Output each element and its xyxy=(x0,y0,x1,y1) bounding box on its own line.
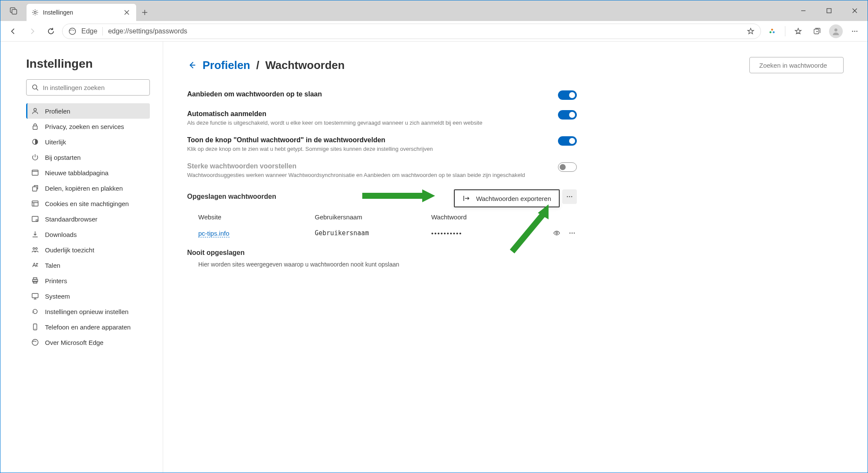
sidebar-item-appearance[interactable]: Uiterlijk xyxy=(26,134,150,150)
breadcrumb-sep: / xyxy=(256,59,259,72)
forward-button[interactable] xyxy=(24,24,40,39)
svg-point-13 xyxy=(33,85,37,89)
sidebar-item-power[interactable]: Bij opstarten xyxy=(26,150,150,165)
more-actions-button[interactable] xyxy=(562,189,577,204)
sidebar-item-edge[interactable]: Over Microsoft Edge xyxy=(26,335,150,350)
sidebar-item-newtab[interactable]: Nieuwe tabbladpagina xyxy=(26,165,150,180)
sidebar-item-download[interactable]: Downloads xyxy=(26,227,150,242)
sidebar-item-reset[interactable]: Instellingen opnieuw instellen xyxy=(26,304,150,319)
setting-desc: Klik op deze knop om te zien wat u hebt … xyxy=(187,146,549,152)
newtab-icon xyxy=(31,169,39,177)
sidebar-item-label: Uiterlijk xyxy=(45,138,66,146)
sidebar-item-printer[interactable]: Printers xyxy=(26,273,150,288)
cookies-icon xyxy=(31,200,39,207)
favorite-icon[interactable] xyxy=(747,27,755,35)
sidebar-item-label: Talen xyxy=(45,262,60,269)
tab-actions-icon[interactable] xyxy=(0,0,27,21)
sidebar-search-input[interactable] xyxy=(43,84,144,91)
sidebar-item-label: Delen, kopiëren en plakken xyxy=(45,185,123,192)
sidebar-item-label: Cookies en site machtigingen xyxy=(45,200,129,207)
addressbar: Edge edge://settings/passwords xyxy=(0,21,868,42)
setting-title: Sterke wachtwoorden voorstellen xyxy=(187,162,549,170)
maximize-button[interactable] xyxy=(816,0,842,21)
setting-row-2: Toon de knop "Onthul wachtwoord" in de w… xyxy=(187,131,577,157)
refresh-button[interactable] xyxy=(43,24,59,39)
omnibox[interactable]: Edge edge://settings/passwords xyxy=(62,24,761,39)
sidebar-item-family[interactable]: Ouderlijk toezicht xyxy=(26,242,150,257)
password-site-link[interactable]: pc-tips.info xyxy=(198,230,230,237)
col-password: Wachtwoord xyxy=(431,213,577,221)
collections-icon[interactable] xyxy=(809,24,825,39)
svg-point-7 xyxy=(773,31,775,33)
breadcrumb-parent[interactable]: Profielen xyxy=(203,59,250,72)
setting-row-1: Automatisch aanmeldenAls deze functie is… xyxy=(187,105,577,131)
sidebar-item-phone[interactable]: Telefoon en andere apparaten xyxy=(26,319,150,335)
svg-rect-19 xyxy=(32,201,38,206)
password-more-icon[interactable] xyxy=(567,228,577,238)
reset-icon xyxy=(31,308,39,315)
new-tab-button[interactable] xyxy=(136,4,153,21)
breadcrumb-back-icon[interactable] xyxy=(187,60,197,70)
setting-title: Automatisch aanmelden xyxy=(187,110,549,118)
sidebar-item-system[interactable]: Systeem xyxy=(26,288,150,304)
svg-point-21 xyxy=(36,219,38,221)
svg-point-33 xyxy=(569,196,570,198)
svg-rect-15 xyxy=(33,126,37,129)
svg-point-38 xyxy=(574,233,575,234)
sidebar-nav: ProfielenPrivacy, zoeken en servicesUite… xyxy=(26,103,150,350)
password-username: Gebruikersnaam xyxy=(315,229,369,237)
extension-icon[interactable] xyxy=(764,24,780,39)
never-saved-title: Nooit opgeslagen xyxy=(187,249,577,257)
back-button[interactable] xyxy=(6,24,21,39)
edge-logo-icon xyxy=(69,27,76,35)
favorites-icon[interactable] xyxy=(790,24,806,39)
browser-icon xyxy=(31,215,39,223)
minimize-button[interactable] xyxy=(790,0,816,21)
password-row: pc-tips.infoGebruikersnaam•••••••••• xyxy=(198,225,577,241)
sidebar-search[interactable] xyxy=(26,79,150,96)
appearance-icon xyxy=(31,138,39,146)
svg-point-23 xyxy=(36,248,37,249)
export-label: Wachtwoorden exporteren xyxy=(476,195,551,202)
printer-icon xyxy=(31,277,39,284)
close-tab-icon[interactable] xyxy=(122,8,131,17)
svg-point-9 xyxy=(835,28,838,31)
sidebar-item-lock[interactable]: Privacy, zoeken en services xyxy=(26,119,150,134)
language-icon xyxy=(31,261,39,269)
setting-title: Toon de knop "Onthul wachtwoord" in de w… xyxy=(187,136,549,144)
sidebar-item-label: Bij opstarten xyxy=(45,154,81,161)
lock-icon xyxy=(31,123,39,130)
sidebar-item-label: Nieuwe tabbladpagina xyxy=(45,169,108,177)
svg-point-2 xyxy=(34,12,36,14)
toggle-3 xyxy=(558,162,577,172)
setting-title: Aanbieden om wachtwoorden op te slaan xyxy=(187,90,549,98)
close-window-button[interactable] xyxy=(842,0,868,21)
reveal-password-icon[interactable] xyxy=(552,228,561,238)
sidebar-item-label: Downloads xyxy=(45,231,77,238)
sidebar-item-profile[interactable]: Profielen xyxy=(26,103,150,119)
svg-point-12 xyxy=(856,30,858,32)
page-search[interactable] xyxy=(749,57,844,73)
export-passwords-popup[interactable]: Wachtwoorden exporteren xyxy=(454,189,560,207)
download-icon xyxy=(31,231,39,238)
sidebar-item-cookies[interactable]: Cookies en site machtigingen xyxy=(26,196,150,211)
sidebar-item-label: Systeem xyxy=(45,293,70,300)
svg-point-37 xyxy=(572,233,573,234)
col-username: Gebruikersnaam xyxy=(315,213,431,221)
profile-avatar[interactable] xyxy=(828,24,844,39)
sidebar-item-language[interactable]: Talen xyxy=(26,257,150,273)
phone-icon xyxy=(31,323,39,331)
edge-icon xyxy=(31,338,39,346)
browser-tab[interactable]: Instellingen xyxy=(27,4,136,21)
toggle-1[interactable] xyxy=(558,110,577,120)
sidebar-item-browser[interactable]: Standaardbrowser xyxy=(26,211,150,227)
svg-point-36 xyxy=(570,233,571,234)
page-search-input[interactable] xyxy=(759,62,841,69)
setting-row-0: Aanbieden om wachtwoorden op te slaan xyxy=(187,85,577,105)
window-controls xyxy=(790,0,868,21)
sidebar-item-share[interactable]: Delen, kopiëren en plakken xyxy=(26,180,150,196)
setting-row-3: Sterke wachtwoorden voorstellenWachtwoor… xyxy=(187,157,577,183)
toggle-2[interactable] xyxy=(558,136,577,146)
menu-button[interactable] xyxy=(847,24,862,39)
toggle-0[interactable] xyxy=(558,90,577,100)
